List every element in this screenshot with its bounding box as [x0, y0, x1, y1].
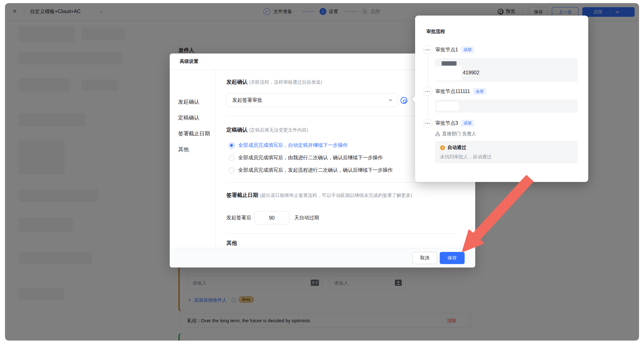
approval-node-3-badge: 或签 — [461, 120, 474, 127]
annotation-arrow — [452, 170, 542, 260]
more-icon: ••• — [423, 119, 432, 128]
auto-pass-row: ! 自动通过 — [440, 145, 466, 151]
finalize-option-auto[interactable]: 全部成员完成填写后，自动定稿并继续下一步操作 — [229, 142, 348, 149]
nav-item-initiate-confirm[interactable]: 发起确认 — [170, 94, 215, 110]
other-section-heading: 其他 — [226, 239, 237, 247]
finalize-option-flow-confirm-label: 全部成员完成填写后，发起流程进行二次确认，确认后继续下一步操作 — [238, 167, 393, 174]
approval-node-1-card: 419902 — [435, 58, 578, 82]
approval-node-3-assignee-row: 直接部门 负责人 — [435, 131, 476, 137]
deadline-heading-text: 签署截止日期 — [226, 192, 258, 198]
finalize-option-self-confirm-label: 全部成员完成填写后，由我进行二次确认，确认后继续下一步操作 — [238, 155, 383, 161]
approval-node-2: ••• 审批节点111111 会签 — [423, 87, 486, 96]
approval-flow-title: 审批流程 — [426, 29, 445, 35]
modal-title: 高级设置 — [180, 58, 198, 64]
more-icon: ••• — [423, 87, 432, 96]
finalize-section-heading: 定稿确认 (定稿后将无法变更文件内容) — [226, 126, 308, 133]
auto-pass-title: 自动通过 — [447, 145, 466, 151]
finalize-heading-text: 定稿确认 — [226, 127, 248, 133]
modal-footer: 取消 保存 — [170, 248, 475, 267]
nav-item-sign-deadline[interactable]: 签署截止日期 — [170, 126, 215, 142]
org-chart-icon — [435, 132, 440, 136]
approval-node-2-badge: 会签 — [473, 88, 486, 95]
deadline-section-heading: 签署截止日期 (超出该日期将终止签署流程，可以手动延期以继续未完成的签署了解更多… — [226, 192, 456, 199]
section-divider — [226, 182, 456, 183]
auto-pass-desc: 未找到审批人，自动通过 — [440, 154, 491, 160]
chevron-down-icon — [389, 98, 392, 101]
radio-selected-icon[interactable] — [229, 143, 234, 148]
radio-icon[interactable] — [229, 155, 234, 161]
finalize-heading-hint: (定稿后将无法变更文件内容) — [249, 127, 308, 132]
deadline-heading-hint-close: ) — [410, 193, 412, 198]
approval-node-1-title: 审批节点1 — [435, 47, 458, 53]
nav-item-finalize-confirm[interactable]: 定稿确认 — [170, 110, 215, 126]
learn-more-link[interactable]: 了解更多 — [392, 193, 410, 198]
approval-node-2-title: 审批节点111111 — [435, 88, 470, 95]
approval-node-3: ••• 审批节点3 或签 — [423, 119, 474, 128]
warning-icon: ! — [440, 145, 445, 150]
initiate-approval-select-value: 发起签署审批 — [232, 97, 262, 104]
radio-icon[interactable] — [229, 168, 234, 173]
redaction-patch — [434, 66, 462, 81]
modal-nav: 发起确认 定稿确认 签署截止日期 其他 — [170, 70, 216, 248]
initiate-approval-select[interactable]: 发起签署审批 — [226, 93, 398, 107]
approval-flow-preview-icon[interactable] — [400, 97, 407, 104]
approval-flow-popover: 审批流程 ••• 审批节点1 或签 419902 ••• 审批节点111111 … — [415, 16, 588, 182]
finalize-option-auto-label: 全部成员完成填写后，自动定稿并继续下一步操作 — [238, 142, 348, 149]
approval-node-2-card — [435, 100, 578, 113]
node-connector — [428, 56, 428, 87]
deadline-suffix-label: 天自动过期 — [294, 215, 319, 221]
initiate-heading-hint: (关联流程，流程审核通过后自发送) — [249, 79, 322, 85]
redaction-patch — [436, 102, 459, 111]
finalize-option-self-confirm[interactable]: 全部成员完成填写后，由我进行二次确认，确认后继续下一步操作 — [229, 155, 383, 161]
deadline-days-input[interactable]: 90 — [254, 211, 289, 225]
approval-node-1: ••• 审批节点1 或签 — [423, 45, 474, 54]
redacted-text — [442, 61, 457, 66]
deadline-prefix-label: 发起签署后 — [226, 215, 251, 221]
approval-node-3-assignee: 直接部门 负责人 — [442, 131, 476, 137]
screen: ✕ 自定义模板+Cloud+AC › ✓ 文件准备 2 设置 3 启用 预览 保… — [0, 0, 644, 344]
initiate-section-heading: 发起确认 (关联流程，流程审核通过后自发送) — [226, 78, 322, 86]
finalize-option-flow-confirm[interactable]: 全部成员完成填写后，发起流程进行二次确认，确认后继续下一步操作 — [229, 167, 393, 174]
approval-node-1-value: 419902 — [463, 70, 479, 76]
node-connector — [428, 97, 428, 117]
deadline-heading-hint: (超出该日期将终止签署流程，可以手动延期以继续未完成的签署 — [259, 193, 392, 198]
initiate-heading-text: 发起确认 — [226, 79, 248, 85]
approval-node-3-title: 审批节点3 — [435, 120, 458, 127]
modal-cancel-button[interactable]: 取消 — [412, 252, 437, 264]
approval-node-1-badge: 或签 — [461, 46, 474, 53]
more-icon: ••• — [423, 45, 432, 54]
approval-node-3-card: ! 自动通过 未找到审批人，自动通过 — [435, 141, 578, 163]
section-divider — [226, 233, 456, 234]
nav-item-other[interactable]: 其他 — [170, 142, 215, 157]
